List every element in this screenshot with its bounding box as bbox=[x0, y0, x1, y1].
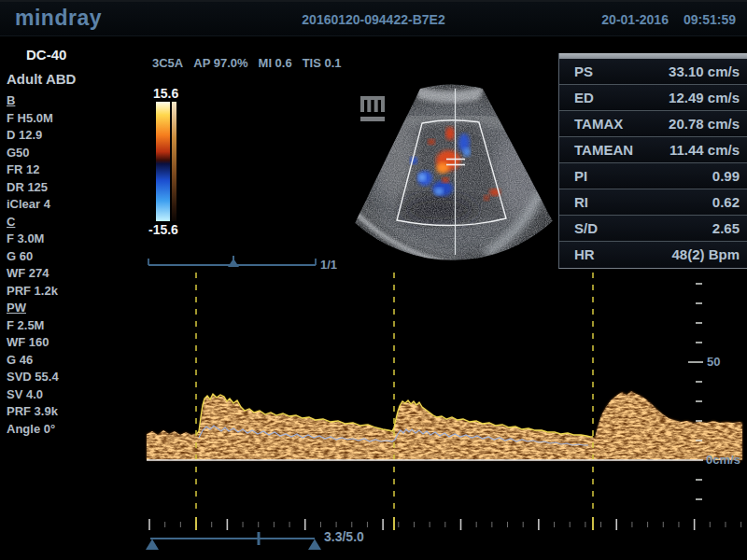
result-row: ED12.49 cm/s bbox=[559, 85, 747, 111]
machine-model: DC-40 bbox=[26, 47, 66, 63]
pw-gray-map-bar bbox=[172, 102, 176, 221]
bmode-tissue bbox=[355, 84, 553, 266]
top-bar: mindray 20160120-094422-B7E2 20-01-2016 … bbox=[0, 0, 747, 36]
sidebar-params-list: BF H5.0MD 12.9G50FR 12DR 125iClear 4CF 3… bbox=[7, 92, 59, 438]
sidebar-parameters: DC-40 Adult ABD BF H5.0MD 12.9G50FR 12DR… bbox=[0, 34, 142, 560]
result-label: RI bbox=[574, 194, 588, 210]
sweep-scroll-left-handle[interactable] bbox=[146, 539, 159, 551]
datetime: 20-01-2016 09:51:59 bbox=[601, 12, 736, 27]
param-item: PRF 1.2k bbox=[7, 283, 59, 301]
param-item: F H5.0M bbox=[7, 110, 59, 128]
date-label: 20-01-2016 bbox=[601, 12, 669, 27]
result-row: PI0.99 bbox=[559, 163, 747, 189]
result-label: TAMAX bbox=[574, 116, 623, 132]
sweep-scroll-right-handle[interactable] bbox=[308, 539, 321, 551]
result-value: 11.44 cm/s bbox=[669, 142, 740, 158]
result-row: S/D2.65 bbox=[559, 216, 747, 242]
result-value: 33.10 cm/s bbox=[669, 63, 740, 79]
velocity-axis-ticks bbox=[688, 284, 703, 499]
sweep-scrollbar[interactable] bbox=[146, 532, 321, 550]
ultrasound-2d-image bbox=[334, 77, 562, 274]
param-item: Angle 0° bbox=[7, 421, 59, 439]
param-item: DR 125 bbox=[7, 179, 59, 197]
param-item: iClear 4 bbox=[7, 196, 59, 214]
result-value: 0.62 bbox=[712, 194, 740, 210]
result-label: PI bbox=[574, 168, 587, 184]
param-section-label: PW bbox=[7, 300, 59, 317]
time-axis-ticks bbox=[149, 517, 741, 530]
param-item: WF 274 bbox=[7, 265, 59, 283]
probe-label: 3C5A bbox=[152, 56, 183, 70]
param-item: F 3.0M bbox=[7, 231, 59, 248]
spectral-doppler-display bbox=[145, 254, 747, 560]
exam-preset: Adult ABD bbox=[7, 71, 76, 87]
result-label: ED bbox=[574, 90, 594, 105]
result-row: TAMEAN11.44 cm/s bbox=[559, 137, 747, 163]
param-item: SV 4.0 bbox=[7, 386, 59, 404]
result-label: PS bbox=[574, 63, 593, 79]
acoustic-output-line: 3C5A AP 97.0% MI 0.6 TIS 0.1 bbox=[152, 56, 342, 70]
ultrasound-screen: mindray 20160120-094422-B7E2 20-01-2016 … bbox=[0, 0, 747, 560]
results-rows: PS33.10 cm/sED12.49 cm/sTAMAX20.78 cm/sT… bbox=[559, 59, 747, 267]
color-doppler-bar bbox=[156, 102, 170, 221]
acoustic-power-label: AP 97.0% bbox=[193, 56, 247, 70]
param-item: G 60 bbox=[7, 248, 59, 266]
param-item: PRF 3.9k bbox=[7, 403, 59, 421]
tis-label: TIS 0.1 bbox=[303, 56, 342, 70]
param-section-label: B bbox=[7, 92, 59, 110]
param-item: F 2.5M bbox=[7, 317, 59, 335]
velocity-axis-upper-label: 50 bbox=[707, 355, 720, 369]
mi-label: MI 0.6 bbox=[259, 56, 292, 70]
sweep-speed-label: 3.3/5.0 bbox=[324, 529, 364, 544]
param-item: D 12.9 bbox=[7, 127, 59, 145]
result-value: 20.78 cm/s bbox=[669, 116, 740, 132]
cine-page-indicator: 1/1 bbox=[320, 258, 337, 272]
result-label: TAMEAN bbox=[574, 142, 633, 158]
time-label: 09:51:59 bbox=[684, 12, 736, 27]
velocity-axis-baseline-label: 0cm/s bbox=[706, 453, 747, 467]
measurement-calipers[interactable] bbox=[196, 273, 593, 510]
measurement-results-panel: PS33.10 cm/sED12.49 cm/sTAMAX20.78 cm/sT… bbox=[558, 53, 747, 269]
color-scale-max: 15.6 bbox=[153, 86, 178, 101]
param-item: G 46 bbox=[7, 352, 59, 370]
result-value: 2.65 bbox=[712, 220, 740, 236]
result-row: TAMAX20.78 cm/s bbox=[559, 111, 747, 137]
param-item: FR 12 bbox=[7, 161, 59, 179]
param-item: G50 bbox=[7, 145, 59, 162]
param-item: SVD 55.4 bbox=[7, 369, 59, 386]
param-section-label: C bbox=[7, 214, 59, 231]
result-value: 12.49 cm/s bbox=[669, 90, 740, 105]
result-row: RI0.62 bbox=[559, 189, 747, 216]
cine-position-marker[interactable] bbox=[228, 256, 239, 267]
result-value: 0.99 bbox=[712, 168, 740, 184]
result-label: S/D bbox=[574, 220, 598, 236]
result-row: PS33.10 cm/s bbox=[559, 59, 747, 85]
param-item: WF 160 bbox=[7, 334, 59, 352]
color-scale-min: -15.6 bbox=[148, 222, 178, 237]
